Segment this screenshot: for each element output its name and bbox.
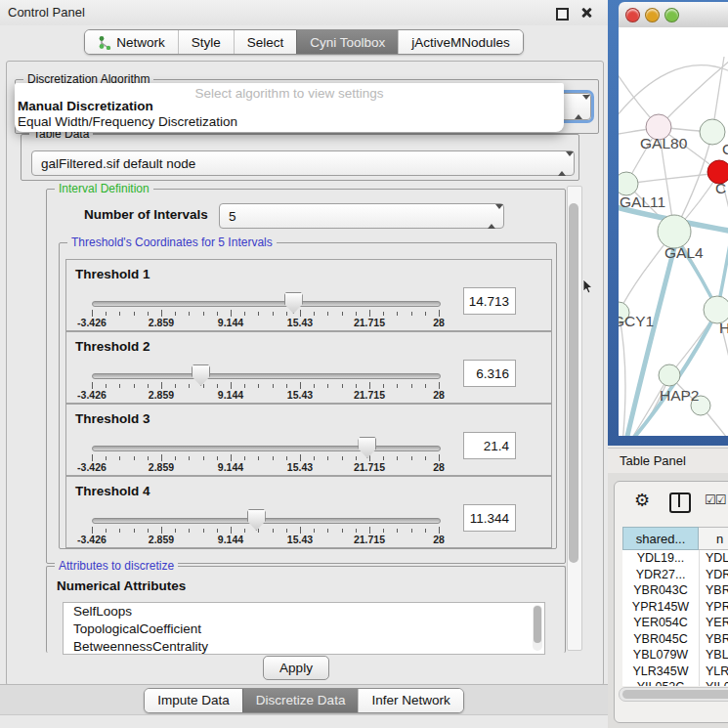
- table-row[interactable]: YBL079WYBL0: [622, 647, 728, 664]
- dropdown-item-manual-discretization[interactable]: Manual Discretization: [18, 99, 153, 113]
- tick-mark: [383, 456, 384, 460]
- attribute-list-item[interactable]: SelfLoops: [64, 603, 544, 621]
- close-icon[interactable]: [580, 7, 592, 19]
- threshold-value-field[interactable]: 14.713: [463, 287, 516, 315]
- attribute-list-item[interactable]: BetweennessCentrality: [64, 638, 544, 655]
- tick-mark: [217, 529, 218, 533]
- table-data-group: Table Data galFiltered.sif default node: [21, 134, 579, 181]
- slider-track[interactable]: [92, 518, 441, 524]
- tab-label: Cyni Toolbox: [310, 35, 385, 50]
- tick-mark: [175, 529, 176, 533]
- network-window-titlebar[interactable]: [619, 2, 728, 28]
- zoom-button[interactable]: [664, 8, 679, 22]
- tab-infer-network[interactable]: Infer Network: [358, 689, 462, 712]
- slider-thumb[interactable]: [358, 437, 376, 458]
- tab-jactivemnodules[interactable]: jActiveMNodules: [398, 30, 523, 54]
- threshold-row: Threshold 4-3.4262.8599.14415.4321.71528…: [65, 476, 552, 548]
- table-data-select[interactable]: galFiltered.sif default node: [31, 150, 575, 176]
- table-panel-title: Table Panel: [620, 453, 686, 468]
- tick-mark: [258, 529, 259, 533]
- threshold-value-field[interactable]: 21.4: [463, 432, 516, 459]
- tick-mark: [342, 529, 343, 533]
- tick-mark: [161, 454, 162, 461]
- list-scrollbar-thumb[interactable]: [534, 606, 541, 643]
- apply-button[interactable]: Apply: [263, 656, 329, 680]
- tab-cyni-toolbox[interactable]: Cyni Toolbox: [296, 30, 398, 54]
- tick-mark: [439, 527, 440, 534]
- tab-network[interactable]: Network: [85, 30, 178, 54]
- gear-icon[interactable]: ⚙: [634, 490, 650, 511]
- tick-mark: [231, 310, 232, 317]
- threshold-row: Threshold 1-3.4262.8599.14415.4321.71528…: [65, 259, 552, 331]
- dropdown-item-equal-width-frequency[interactable]: Equal Width/Frequency Discretization: [18, 114, 237, 129]
- attribute-list-item[interactable]: TopologicalCoefficient: [64, 621, 544, 638]
- table-row[interactable]: YIL052CYIL0: [622, 679, 728, 686]
- tick-mark: [244, 456, 245, 460]
- table-row[interactable]: YBR045CYBR0: [622, 631, 728, 648]
- tick-mark: [369, 310, 370, 317]
- panel-scrollbar-thumb[interactable]: [569, 203, 578, 563]
- tick-mark: [244, 312, 245, 316]
- tick-mark: [119, 384, 120, 388]
- table-cell: YBR043C: [622, 582, 699, 599]
- float-window-icon[interactable]: [556, 8, 569, 21]
- tick-mark: [425, 312, 426, 316]
- slider-track[interactable]: [92, 446, 441, 451]
- tick-mark: [411, 456, 412, 460]
- column-header-1[interactable]: shared...: [622, 527, 699, 550]
- list-scrollbar[interactable]: [533, 605, 542, 651]
- thresholds-group-title: Threshold's Coordinates for 5 Intervals: [67, 236, 277, 250]
- tick-mark: [383, 312, 384, 316]
- network-node[interactable]: [619, 172, 638, 195]
- columns-icon[interactable]: [669, 492, 691, 513]
- table-row[interactable]: YER054CYER0: [622, 615, 728, 631]
- table-horizontal-scrollbar[interactable]: [619, 687, 728, 702]
- tick-mark: [286, 384, 287, 388]
- threshold-value-field[interactable]: 6.316: [463, 360, 516, 387]
- tick-mark: [286, 529, 287, 533]
- axis-label: -3.426: [77, 317, 107, 328]
- tab-impute-data[interactable]: Impute Data: [145, 689, 242, 712]
- thresholds-group: Threshold's Coordinates for 5 Intervals …: [59, 242, 557, 549]
- table-row[interactable]: YDL19...YDL1: [622, 550, 728, 567]
- axis-label: 21.715: [354, 389, 385, 401]
- panel-scrollbar[interactable]: [567, 186, 582, 651]
- tick-mark: [342, 456, 343, 460]
- table-hscrollbar-thumb[interactable]: [622, 690, 728, 699]
- table-row[interactable]: YPR145WYPR1: [622, 599, 728, 616]
- tick-mark: [106, 312, 107, 316]
- network-node[interactable]: [658, 215, 691, 248]
- tick-mark: [134, 529, 135, 533]
- slider-thumb[interactable]: [192, 364, 210, 386]
- tick-mark: [356, 456, 357, 460]
- table-row[interactable]: YDR27...YDR2: [622, 567, 728, 583]
- top-tabbar-wrap: NetworkStyleSelectCyni ToolboxjActiveMNo…: [0, 29, 608, 55]
- minimize-button[interactable]: [645, 8, 660, 22]
- tick-mark: [342, 384, 343, 388]
- tab-discretize-data[interactable]: Discretize Data: [242, 689, 359, 712]
- threshold-slider: -3.4262.8599.14415.4321.71528: [92, 405, 439, 475]
- slider-thumb[interactable]: [247, 509, 266, 531]
- network-node[interactable]: [659, 364, 680, 386]
- tab-style[interactable]: Style: [178, 30, 234, 54]
- table-row[interactable]: YLR345WYLR3: [622, 664, 728, 680]
- table-row[interactable]: YBR043CYBR0: [622, 582, 728, 599]
- axis-label: 15.43: [287, 461, 313, 473]
- checkbox-icons[interactable]: ☑☑: [705, 492, 725, 507]
- table-cell: YER054C: [622, 615, 699, 631]
- network-canvas[interactable]: GAL80GACGAL11GAL4GCY1HHAP2: [619, 27, 728, 436]
- axis-label: -3.426: [77, 534, 107, 545]
- tab-select[interactable]: Select: [234, 30, 297, 54]
- slider-track[interactable]: [92, 301, 441, 307]
- attributes-list[interactable]: SelfLoopsTopologicalCoefficientBetweenne…: [63, 602, 545, 655]
- slider-track[interactable]: [92, 373, 441, 379]
- number-of-intervals-select[interactable]: 5: [219, 203, 504, 229]
- close-button[interactable]: [625, 8, 640, 22]
- tick-mark: [134, 312, 135, 316]
- tick-mark: [356, 312, 357, 316]
- threshold-value-field[interactable]: 11.344: [463, 504, 516, 532]
- tick-mark: [425, 456, 426, 460]
- column-header-2[interactable]: n: [699, 527, 728, 550]
- axis-label: 28: [433, 534, 445, 545]
- tick-mark: [119, 456, 120, 460]
